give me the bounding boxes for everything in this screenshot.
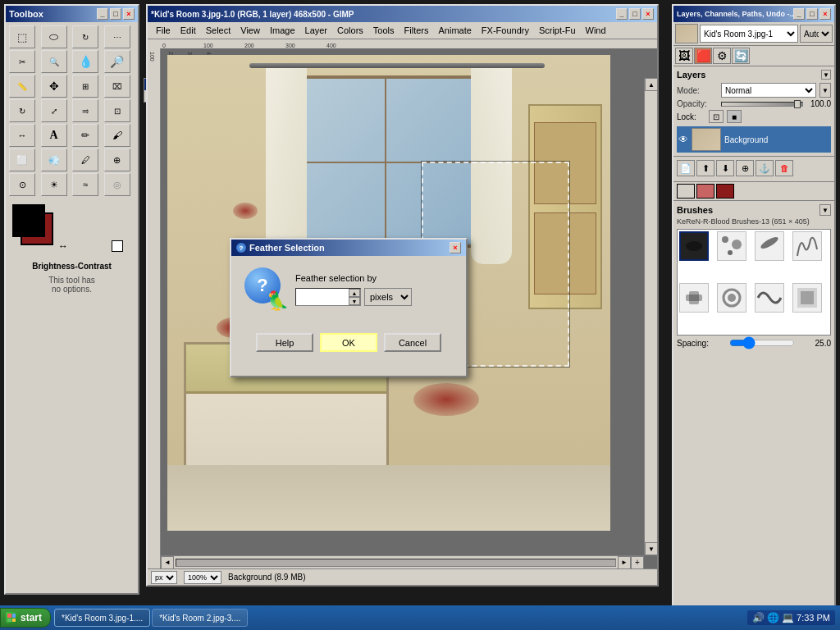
- opacity-track[interactable]: [721, 102, 803, 107]
- menu-tools[interactable]: Tools: [368, 24, 399, 37]
- scroll-right-btn[interactable]: ►: [618, 556, 631, 569]
- scale-tool[interactable]: ⤢: [41, 99, 67, 122]
- measure-tool[interactable]: 📏: [9, 75, 35, 98]
- shear-tool[interactable]: ⥤: [72, 99, 98, 122]
- spin-down-btn[interactable]: ▼: [349, 297, 360, 305]
- menu-filters[interactable]: Filters: [399, 24, 434, 37]
- brush-item-4[interactable]: [792, 231, 822, 261]
- menu-fxfoundry[interactable]: FX-Foundry: [477, 24, 534, 37]
- scissors-tool[interactable]: ✂: [9, 50, 35, 73]
- menu-colors[interactable]: Colors: [332, 24, 368, 37]
- color-sample-2[interactable]: [696, 184, 714, 199]
- color-sample-3[interactable]: [716, 184, 734, 199]
- scroll-down-btn[interactable]: ▼: [645, 542, 658, 555]
- perspective-tool[interactable]: ⊡: [104, 99, 130, 122]
- mode-selector[interactable]: Normal: [721, 83, 816, 98]
- layer-item-background[interactable]: 👁 Background: [677, 126, 831, 153]
- ink-tool[interactable]: 🖊: [72, 148, 98, 171]
- toolbox-close-btn[interactable]: ×: [123, 8, 135, 20]
- move-down-btn[interactable]: ⬇: [716, 160, 734, 176]
- layers-tool-2[interactable]: 🟥: [694, 48, 712, 64]
- menu-file[interactable]: File: [151, 24, 176, 37]
- fuzzy-select-tool[interactable]: ⋯: [104, 25, 130, 48]
- lasso-tool[interactable]: ↻: [72, 25, 98, 48]
- layers-tool-3[interactable]: ⚙: [713, 48, 731, 64]
- foreground-color-swatch[interactable]: [12, 204, 45, 237]
- spin-up-btn[interactable]: ▲: [349, 289, 360, 297]
- lock-alpha-btn[interactable]: ■: [727, 110, 742, 123]
- ellipse-marquee-tool[interactable]: ⬭: [41, 25, 67, 48]
- rect-marquee-tool[interactable]: ⬚: [9, 25, 35, 48]
- feather-unit-select[interactable]: pixels inches mm points: [364, 288, 412, 306]
- mode-dropdown-btn[interactable]: ▼: [819, 83, 831, 98]
- rotate-tool[interactable]: ↻: [9, 99, 35, 122]
- toolbox-minimize-btn[interactable]: _: [97, 8, 108, 20]
- gimp-minimize-btn[interactable]: _: [616, 8, 628, 20]
- paintbrush-tool[interactable]: 🖌: [104, 124, 130, 147]
- smudge-tool[interactable]: ≈: [72, 173, 98, 196]
- layers-auto-selector[interactable]: Auto: [800, 25, 833, 43]
- brush-item-8[interactable]: [792, 283, 822, 313]
- move-tool[interactable]: ✥: [41, 75, 67, 98]
- menu-select[interactable]: Select: [201, 24, 236, 37]
- scroll-up-btn[interactable]: ▲: [645, 78, 658, 91]
- scroll-left-btn[interactable]: ◄: [161, 556, 174, 569]
- zoom-tool[interactable]: 🔎: [104, 50, 130, 73]
- layers-close-btn[interactable]: ×: [819, 8, 831, 20]
- brush-item-5[interactable]: [679, 283, 709, 313]
- feather-close-btn[interactable]: ×: [450, 242, 461, 253]
- layers-maximize-btn[interactable]: □: [806, 8, 818, 20]
- toolbox-maximize-btn[interactable]: □: [110, 8, 121, 20]
- layers-minimize-btn[interactable]: _: [793, 8, 805, 20]
- layers-tool-4[interactable]: 🔄: [732, 48, 750, 64]
- brush-item-7[interactable]: [755, 283, 784, 313]
- spacing-slider[interactable]: [729, 337, 795, 349]
- brush-item-3[interactable]: [755, 231, 784, 261]
- taskbar-item-2[interactable]: *Kid's Room 2.jpg-3....: [152, 609, 248, 627]
- reset-colors-btn[interactable]: ↔: [58, 240, 68, 252]
- feather-cancel-btn[interactable]: Cancel: [384, 333, 441, 352]
- eraser-tool[interactable]: ⬜: [9, 148, 35, 171]
- airbrush-tool[interactable]: 💨: [41, 148, 67, 171]
- brush-item-2[interactable]: [717, 231, 746, 261]
- opacity-slider[interactable]: [721, 102, 803, 107]
- layer-visibility-eye[interactable]: 👁: [678, 134, 688, 145]
- clone-tool[interactable]: ⊕: [104, 148, 130, 171]
- taskbar-item-1[interactable]: *Kid's Room 3.jpg-1....: [54, 609, 150, 627]
- scrollbar-horizontal[interactable]: ◄ ► +: [161, 555, 644, 568]
- dodge-burn-tool[interactable]: ☀: [41, 173, 67, 196]
- layers-expand-btn[interactable]: ▼: [821, 70, 831, 80]
- feather-ok-btn[interactable]: OK: [320, 333, 377, 352]
- align-tool[interactable]: ⊞: [72, 75, 98, 98]
- opacity-thumb[interactable]: [794, 100, 801, 108]
- gimp-close-btn[interactable]: ×: [642, 8, 654, 20]
- menu-layer[interactable]: Layer: [300, 24, 333, 37]
- feather-value-input[interactable]: 10.000 ▲ ▼: [295, 288, 361, 306]
- zoom-selector[interactable]: 100%: [184, 571, 221, 584]
- menu-window[interactable]: Wind: [581, 24, 611, 37]
- anchor-layer-btn[interactable]: ⚓: [756, 160, 774, 176]
- move-up-btn[interactable]: ⬆: [696, 160, 714, 176]
- scrollbar-vertical[interactable]: ▲ ▼: [644, 78, 657, 555]
- color-picker-tool[interactable]: 💧: [72, 50, 98, 73]
- new-layer-btn[interactable]: 📄: [677, 160, 695, 176]
- brushes-expand-btn[interactable]: ▼: [819, 204, 831, 216]
- swap-colors-btn[interactable]: [112, 240, 123, 252]
- menu-image[interactable]: Image: [265, 24, 300, 37]
- brush-item-1[interactable]: [679, 231, 709, 261]
- pencil-tool[interactable]: ✏: [72, 124, 98, 147]
- feather-help-btn[interactable]: Help: [256, 333, 313, 352]
- delete-layer-btn[interactable]: 🗑: [775, 160, 793, 176]
- layers-tool-1[interactable]: 🖼: [675, 48, 693, 64]
- brush-item-6[interactable]: [717, 283, 746, 313]
- start-button[interactable]: start: [0, 608, 51, 628]
- foreground-select[interactable]: 🔍: [41, 50, 67, 73]
- color-sample-1[interactable]: [677, 184, 695, 199]
- crop-tool[interactable]: ⌧: [104, 75, 130, 98]
- duplicate-layer-btn[interactable]: ⊕: [736, 160, 754, 176]
- menu-view[interactable]: View: [235, 24, 265, 37]
- gimp-maximize-btn[interactable]: □: [629, 8, 641, 20]
- text-tool[interactable]: A: [41, 124, 67, 147]
- heal-tool[interactable]: ⊙: [9, 173, 35, 196]
- lock-position-btn[interactable]: ⊡: [709, 110, 724, 123]
